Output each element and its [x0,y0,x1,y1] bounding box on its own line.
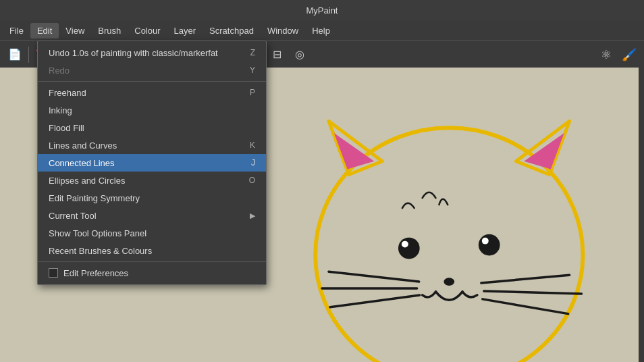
ellipses-circles-shortcut: O [249,176,255,185]
symmetry-button[interactable]: ⚛ [595,44,617,66]
crop-button[interactable]: ◎ [289,44,311,66]
current-tool-arrow: ▶ [250,211,255,220]
app-title: MyPaint [306,5,338,16]
undo-label: Undo 1.0s of painting with classic/marke… [49,48,237,58]
svg-point-6 [402,241,408,248]
recent-brushes-label: Recent Brushes & Colours [49,246,242,256]
menu-edit[interactable]: Edit [30,23,59,38]
svg-line-13 [481,275,570,283]
freehand-label: Freehand [49,88,236,98]
connected-lines-shortcut: J [251,158,255,167]
undo-shortcut: Z [250,48,255,57]
menu-ellipses-circles[interactable]: Ellipses and Circles O [38,172,266,189]
edit-preferences-label: Edit Preferences [63,268,242,278]
menu-layer[interactable]: Layer [167,23,203,38]
menu-inking[interactable]: Inking [38,101,266,119]
edit-painting-symmetry-label: Edit Painting Symmetry [49,193,242,203]
svg-line-10 [329,272,419,282]
menu-show-tool-options[interactable]: Show Tool Options Panel [38,224,266,242]
svg-point-7 [479,234,500,256]
inking-label: Inking [49,105,242,115]
lines-curves-label: Lines and Curves [49,140,236,151]
menu-edit-painting-symmetry[interactable]: Edit Painting Symmetry [38,189,266,207]
menu-file[interactable]: File [3,23,30,38]
menu-separator-1 [38,81,266,82]
flood-fill-label: Flood Fill [49,123,242,133]
freehand-shortcut: P [250,88,255,97]
menu-current-tool[interactable]: Current Tool ▶ [38,207,266,224]
connected-lines-label: Connected Lines [49,158,238,168]
show-tool-options-label: Show Tool Options Panel [49,228,242,238]
menu-bar: File Edit View Brush Colour Layer Scratc… [0,20,644,41]
title-bar: MyPaint [0,0,644,20]
svg-line-12 [330,295,420,307]
menu-colour[interactable]: Colour [128,23,167,38]
menu-separator-2 [38,261,266,262]
current-tool-label: Current Tool [49,211,250,221]
svg-line-15 [483,299,568,314]
svg-point-5 [398,238,420,259]
svg-point-9 [444,278,454,286]
menu-undo[interactable]: Undo 1.0s of painting with classic/marke… [38,44,266,61]
menu-connected-lines[interactable]: Connected Lines J [38,154,266,172]
menu-view[interactable]: View [59,23,91,38]
new-button[interactable]: 📄 [4,44,26,66]
toolbar-separator-1 [28,47,29,63]
menu-freehand[interactable]: Freehand P [38,84,266,101]
menu-recent-brushes[interactable]: Recent Brushes & Colours [38,242,266,259]
lines-curves-shortcut: K [250,140,255,150]
menu-lines-curves[interactable]: Lines and Curves K [38,136,266,154]
menu-scratchpad[interactable]: Scratchpad [203,23,261,38]
ellipses-circles-label: Ellipses and Circles [49,176,236,186]
svg-line-14 [484,291,582,294]
brushes-button[interactable]: 🖌️ [618,44,640,66]
menu-brush[interactable]: Brush [91,23,128,38]
redo-shortcut: Y [250,66,255,75]
menu-help[interactable]: Help [305,23,337,38]
svg-point-8 [482,238,489,244]
menu-redo: Redo Y [38,61,266,79]
right-panel [639,68,644,362]
preferences-checkbox[interactable] [49,268,58,278]
fit-button[interactable]: ⊟ [266,44,288,66]
redo-label: Redo [49,66,236,76]
menu-flood-fill[interactable]: Flood Fill [38,119,266,136]
edit-dropdown-menu: Undo 1.0s of painting with classic/marke… [37,41,267,285]
menu-window[interactable]: Window [261,23,305,38]
menu-edit-preferences[interactable]: Edit Preferences [38,264,266,282]
